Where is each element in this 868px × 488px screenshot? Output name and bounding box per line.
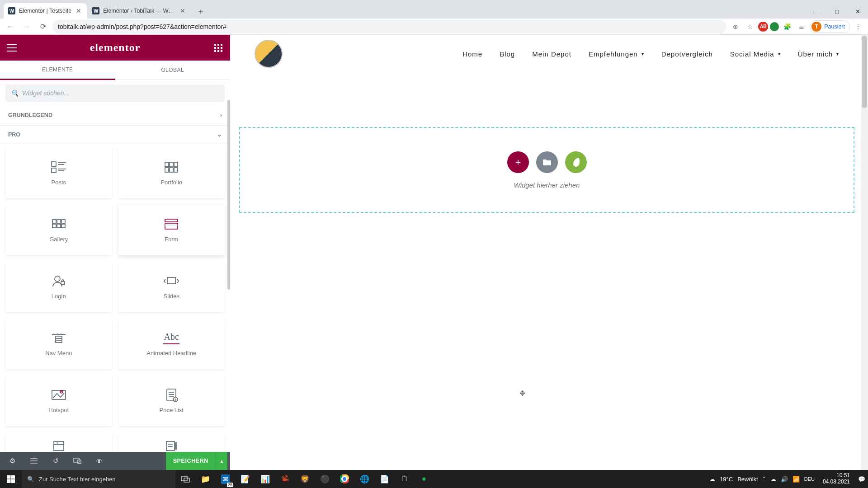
widget-portfolio[interactable]: Portfolio [118,148,225,198]
weather-temp[interactable]: 19°C [720,476,733,483]
tray-volume-icon[interactable]: 🔊 [781,476,788,483]
taskbar-app-chrome[interactable] [335,470,354,488]
minimize-button[interactable]: ― [806,4,826,19]
widget-form[interactable]: Form [118,205,225,255]
tray-wifi-icon[interactable]: 📶 [793,476,800,483]
widget-posts[interactable]: Posts [5,148,112,198]
toolbar-actions: ⊕ ☆ AB 🧩 ≣ T Pausiert ⋮ [729,20,864,33]
tray-notifications-icon[interactable]: 💬 [858,476,865,483]
search-icon: 🔍 [27,476,34,483]
widget-login[interactable]: Login [5,262,112,312]
adblock-icon[interactable]: AB [758,22,768,32]
extensions-puzzle-icon[interactable]: 🧩 [781,20,793,33]
tab-global[interactable]: GLOBAL [115,61,231,80]
taskbar-app-powerpoint[interactable]: 📽 [275,470,295,488]
widget-animated-headline[interactable]: Abc Animated Headline [118,319,225,369]
tray-language-indicator[interactable]: DEU [804,476,815,482]
save-options-button[interactable]: ▲ [216,452,227,470]
tab-close-icon[interactable]: ✕ [75,6,82,15]
task-view-button[interactable] [175,470,195,488]
category-basic[interactable]: GRUNDLEGEND › [0,106,230,125]
forward-button[interactable]: → [20,20,33,33]
add-template-button[interactable] [536,151,558,173]
taskbar-app-word[interactable]: 📝 [235,470,255,488]
tray-chevron-up-icon[interactable]: ˄ [763,476,766,483]
taskbar-app-edge[interactable]: 🌐 [354,470,374,488]
chrome-tab-active[interactable]: W Elementor | Testseite ✕ [4,3,87,19]
svg-rect-8 [221,47,222,49]
bookmark-star-icon[interactable]: ☆ [744,20,756,33]
zoom-icon[interactable]: ⊕ [729,20,742,33]
start-button[interactable] [0,470,22,488]
nav-home[interactable]: Home [462,50,482,58]
site-logo-avatar[interactable] [255,40,283,68]
canvas-scroll-thumb[interactable] [862,36,867,108]
weather-condition[interactable]: Bewölkt [737,476,758,483]
nav-about[interactable]: Über mich▾ [798,50,839,58]
widget-label: Portfolio [160,179,182,186]
editor-canvas[interactable]: Home Blog Mein Depot Empfehlungen▾ Depot… [230,35,868,470]
nav-social[interactable]: Social Media▾ [730,50,781,58]
add-section-button[interactable]: ＋ [507,151,529,173]
nav-empfehlungen[interactable]: Empfehlungen▾ [589,50,644,58]
extension-icon[interactable] [770,22,779,31]
chrome-menu-icon[interactable]: ⋮ [852,20,864,33]
new-tab-button[interactable]: ＋ [194,5,207,18]
taskbar-app-brave[interactable]: 🦁 [295,470,315,488]
canvas-scrollbar[interactable] [861,35,868,470]
panel-menu-button[interactable] [6,42,17,53]
preview-button[interactable]: 👁 [90,452,108,470]
widget-slides[interactable]: Slides [118,262,225,312]
category-pro-label: PRO [8,131,20,138]
tray-clock[interactable]: 10:51 04.08.2021 [819,473,854,485]
reading-list-icon[interactable]: ≣ [795,20,808,33]
widget-partial-1[interactable]: $ [5,432,112,452]
close-button[interactable]: ✕ [847,4,868,19]
section-dropzone[interactable]: ＋ Widget hierher ziehen [239,127,854,213]
elementor-panel: elementor ELEMENTE GLOBAL 🔍 Widget suche… [0,35,230,470]
nav-depotvergleich[interactable]: Depotvergleich [661,50,713,58]
navigator-button[interactable] [24,452,43,470]
tab-elements[interactable]: ELEMENTE [0,61,115,80]
taskbar-app-mail[interactable]: ✉ 25 [215,470,235,488]
svg-rect-21 [165,168,169,172]
clock-date: 04.08.2021 [823,479,850,485]
widget-price-list[interactable]: $ Price List [118,375,225,426]
widget-search-input[interactable]: 🔍 Widget suchen... [5,84,225,102]
search-placeholder: Widget suchen... [22,89,69,97]
category-pro[interactable]: PRO ⌄ [0,125,230,144]
taskbar-app-notes[interactable]: 📄 [374,470,394,488]
taskbar-app-excel[interactable]: 📊 [255,470,275,488]
nav-depot[interactable]: Mein Depot [532,50,571,58]
taskbar-search-placeholder: Zur Suche Text hier eingeben [39,476,116,483]
maximize-button[interactable]: ◻ [826,4,847,19]
save-button[interactable]: SPEICHERN [166,452,216,470]
widgets-panel-button[interactable] [213,42,224,53]
nav-blog[interactable]: Blog [500,50,515,58]
url-field[interactable]: tobitalk.at/wp-admin/post.php?post=627&a… [52,20,726,33]
envato-templates-button[interactable] [565,151,587,173]
reload-button[interactable]: ⟳ [36,20,50,33]
taskbar-app-notepad[interactable]: 🗒 [394,470,414,488]
responsive-button[interactable] [68,452,87,470]
wordpress-favicon-icon: W [8,7,15,14]
history-button[interactable]: ↺ [46,452,65,470]
profile-paused-chip[interactable]: T Pausiert [810,20,850,33]
back-button[interactable]: ← [4,20,17,33]
taskbar-app-spotify[interactable]: ● [414,470,434,488]
widget-partial-2[interactable] [118,432,225,452]
chrome-tab-inactive[interactable]: W Elementor ‹ TobiTalk — WordPre ✕ [88,3,191,19]
widget-nav-menu[interactable]: Nav Menu [5,319,112,369]
taskbar-app-obs[interactable]: ⚫ [315,470,335,488]
taskbar-app-explorer[interactable]: 📁 [195,470,215,488]
tray-onedrive-icon[interactable]: ☁ [770,476,776,483]
svg-rect-24 [52,220,56,223]
widget-hotspot[interactable]: Hotspot [5,375,112,426]
page-viewport: elementor ELEMENTE GLOBAL 🔍 Widget suche… [0,35,868,470]
settings-button[interactable]: ⚙ [3,452,22,470]
weather-icon[interactable]: ☁ [709,476,715,483]
taskbar-search[interactable]: 🔍 Zur Suche Text hier eingeben [22,470,175,488]
svg-rect-18 [165,162,169,167]
widget-gallery[interactable]: Gallery [5,205,112,255]
tab-close-icon[interactable]: ✕ [179,6,186,15]
